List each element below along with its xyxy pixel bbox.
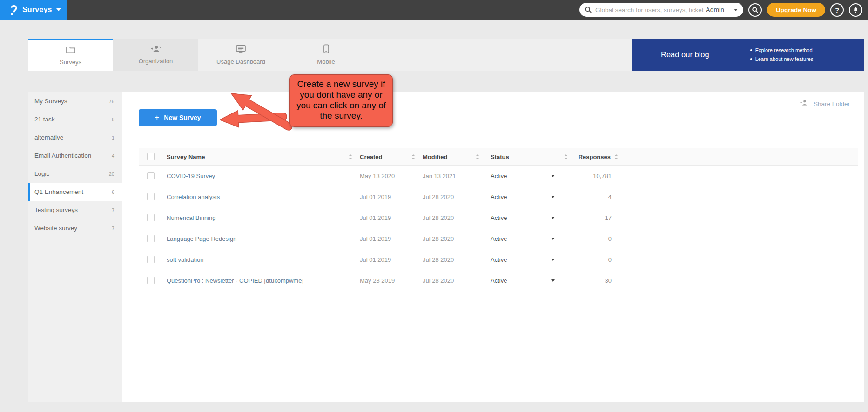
folder-label: Website survey [34,225,112,232]
column-header-status: Status [491,153,509,160]
survey-name-link[interactable]: Correlation analysis [167,193,220,200]
survey-name-link[interactable]: Language Page Redesign [167,235,236,242]
row-checkbox[interactable] [147,235,155,242]
select-all-checkbox[interactable] [147,153,155,160]
survey-name-link[interactable]: soft validation [167,256,204,263]
created-date: Jul 01 2019 [356,235,419,242]
sort-icon[interactable] [476,154,479,159]
tab-strip-filler [369,39,632,71]
row-checkbox[interactable] [147,256,155,263]
sidebar-folder-item[interactable]: Email Authentication 4 [28,146,122,165]
sort-icon[interactable] [614,154,618,159]
sidebar-folder-item[interactable]: 21 task 9 [28,110,122,128]
status-label: Active [491,193,507,200]
sidebar-folder-item[interactable]: Website survey 7 [28,219,122,237]
search-button[interactable] [748,3,762,17]
promo-bullet[interactable]: Learn about new features [750,56,814,62]
folder-count: 20 [109,171,114,177]
new-survey-button[interactable]: + New Survey [139,109,217,126]
responses-count: 30 [572,277,623,284]
modified-date: Jan 13 2021 [419,173,483,179]
tab-surveys[interactable]: Surveys [28,39,113,71]
created-date: Jul 01 2019 [356,256,419,263]
share-folder-button[interactable]: Share Folder [799,99,850,108]
search-scope-label[interactable]: Admin [706,6,724,13]
folder-label: Testing surveys [34,206,112,213]
read-our-blog-link[interactable]: Read our blog [661,50,709,59]
promo-bullet[interactable]: Explore research method [750,47,814,53]
sidebar-folder-item[interactable]: My Surveys 76 [28,92,122,110]
folder-label: Q1 Enhancement [34,188,112,195]
sidebar-folder-item[interactable]: Testing surveys 7 [28,201,122,219]
created-date: Jul 01 2019 [356,214,419,221]
status-label: Active [491,235,507,242]
annotation-callout: Create a new survey if you dont have any… [289,74,393,127]
responses-count: 0 [572,256,623,263]
folder-icon [66,46,76,55]
row-checkbox[interactable] [147,193,155,200]
column-header-survey-name: Survey Name [167,153,205,160]
global-search-input[interactable] [595,7,704,13]
tab-label: Organization [139,58,173,65]
sidebar-folder-item[interactable]: alternative 1 [28,128,122,146]
tab-label: Surveys [60,59,81,66]
status-dropdown-caret-icon[interactable] [551,238,555,240]
row-checkbox[interactable] [147,214,155,221]
column-header-created: Created [360,153,382,160]
app-menu[interactable]: Surveys [0,0,67,20]
folder-count: 7 [112,226,114,231]
survey-name-link[interactable]: COVID-19 Survey [167,173,215,179]
tab-label: Mobile [317,58,335,65]
status-label: Active [491,256,507,263]
promo-bullet-list: Explore research method Learn about new … [750,47,814,62]
app-menu-label: Surveys [22,6,52,14]
row-checkbox[interactable] [147,172,155,179]
table-row: COVID-19 Survey May 13 2020 Jan 13 2021 … [139,166,858,186]
blog-promo-banner: Read our blog Explore research method Le… [632,39,864,71]
responses-count: 4 [572,193,623,200]
sort-icon[interactable] [349,154,352,159]
status-label: Active [491,214,507,221]
modified-date: Jul 28 2020 [419,256,483,263]
folder-label: My Surveys [34,98,109,105]
plus-icon: + [155,113,159,122]
tab-label: Usage Dashboard [216,58,265,65]
tab-strip: Surveys Organization Usage Dashboard Mob… [28,39,864,71]
new-survey-label: New Survey [164,114,201,121]
table-body: COVID-19 Survey May 13 2020 Jan 13 2021 … [139,166,858,291]
search-scope-caret-icon[interactable] [734,9,738,11]
sidebar-folder-item[interactable]: Q1 Enhancement 6 [28,183,122,201]
add-user-icon [150,45,161,54]
status-label: Active [491,173,507,179]
notifications-button[interactable] [849,3,862,17]
mobile-icon [323,44,330,55]
status-dropdown-caret-icon[interactable] [551,217,555,219]
modified-date: Jul 28 2020 [419,193,483,200]
global-search[interactable]: Admin [579,3,743,17]
survey-list-area: Share Folder + New Survey Survey Name Cr… [122,92,864,402]
folder-count: 9 [112,117,114,122]
sort-icon[interactable] [411,154,415,159]
row-checkbox[interactable] [147,277,155,284]
bell-icon [852,7,859,13]
column-header-responses: Responses [579,153,611,160]
table-header-row: Survey Name Created Modified Status Resp… [139,148,858,166]
status-label: Active [491,277,507,284]
status-dropdown-caret-icon[interactable] [551,196,555,198]
tab-usage-dashboard[interactable]: Usage Dashboard [198,39,283,71]
status-dropdown-caret-icon[interactable] [551,175,555,177]
survey-name-link[interactable]: Numerical Binning [167,214,216,221]
survey-name-link[interactable]: QuestionPro : Newsletter - COPIED [dtuko… [167,277,303,284]
tab-organization[interactable]: Organization [113,39,198,71]
status-dropdown-caret-icon[interactable] [551,259,555,261]
help-button[interactable]: ? [830,3,844,17]
upgrade-now-button[interactable]: Upgrade Now [767,3,825,17]
table-row: Correlation analysis Jul 01 2019 Jul 28 … [139,186,858,207]
responses-count: 10,781 [572,173,623,179]
sidebar-folder-item[interactable]: Logic 20 [28,165,122,183]
sort-icon[interactable] [564,154,568,159]
share-folder-label: Share Folder [814,100,850,107]
share-user-icon [799,99,809,108]
status-dropdown-caret-icon[interactable] [551,279,555,282]
tab-mobile[interactable]: Mobile [283,39,369,71]
